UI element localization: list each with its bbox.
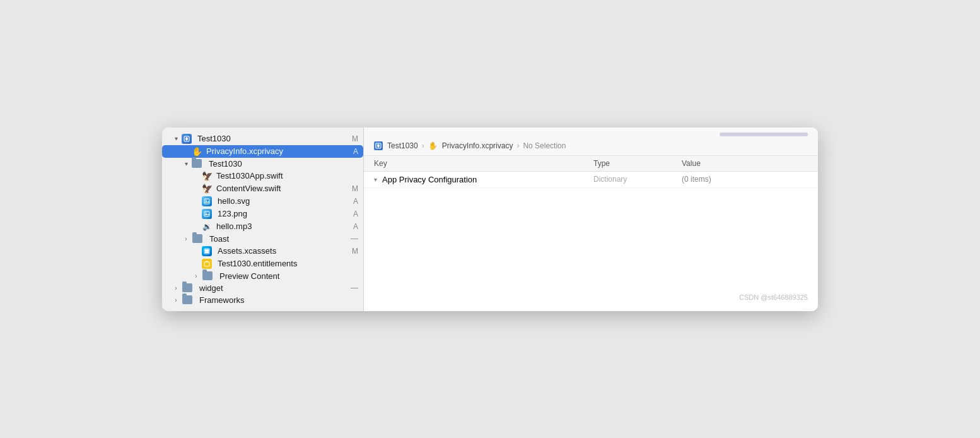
sidebar-privacyinfo-label: PrivacyInfo.xcprivacy (206, 146, 283, 156)
sidebar-item-contentview[interactable]: ▾ 🦅 ContentView.swift M (162, 182, 363, 195)
file-navigator: ▾ Test1030 M ▾ ✋ PrivacyInfo.xcprivacy A… (162, 127, 364, 311)
sidebar-item-test1030-folder[interactable]: ▾ Test1030 (162, 158, 363, 170)
row-chevron-icon: ▾ (374, 176, 377, 183)
svg-rect-7 (207, 249, 209, 251)
sidebar-hello-mp3-label: hello.mp3 (216, 222, 252, 231)
table-row[interactable]: ▾ App Privacy Configuration Dictionary (… (364, 172, 818, 188)
sidebar-toast-label: Toast (209, 234, 229, 244)
svg-rect-9 (207, 251, 209, 253)
sidebar-toast-badge: — (351, 234, 358, 243)
table-header: Key Type Value (364, 156, 818, 172)
row-value-label: (0 items) (682, 175, 808, 184)
sidebar-assets-badge: M (352, 247, 358, 256)
svg-rect-10 (204, 262, 209, 266)
chevron-right-icon-3: › (172, 285, 180, 292)
sidebar-widget-badge: — (351, 283, 358, 292)
sidebar-hello-mp3-badge: A (353, 222, 358, 231)
sidebar-contentview-label: ContentView.swift (216, 184, 281, 193)
sidebar-item-assets[interactable]: ▾ Assets.xcassets M (162, 245, 363, 257)
folder-toast-icon (192, 234, 202, 243)
sidebar-123-png-badge: A (353, 210, 358, 218)
sidebar-item-toast[interactable]: › Toast — (162, 233, 363, 245)
folder-preview-icon (202, 271, 213, 280)
sidebar-hello-svg-label: hello.svg (218, 196, 250, 206)
svg-point-2 (206, 199, 207, 201)
folder-frameworks-icon (182, 295, 192, 304)
sidebar-item-test1030app[interactable]: ▾ 🦅 Test1030App.swift (162, 170, 363, 182)
sidebar-test1030app-label: Test1030App.swift (216, 171, 283, 181)
sidebar-root-badge: M (352, 134, 358, 143)
entitlements-icon (202, 259, 212, 269)
folder-widget-icon (182, 283, 192, 292)
sidebar-entitlements-label: Test1030.entitlements (218, 259, 297, 268)
audio-icon: 🔉 (202, 222, 212, 232)
chevron-right-icon-2: › (192, 273, 200, 280)
sidebar-item-hello-mp3[interactable]: ▾ 🔉 hello.mp3 A (162, 220, 363, 233)
app-icon (182, 134, 192, 144)
chevron-right-icon: › (182, 235, 190, 242)
svg-rect-8 (205, 251, 207, 253)
breadcrumb-privacy-icon: ✋ (428, 141, 438, 150)
sidebar-frameworks-label: Frameworks (199, 295, 245, 305)
breadcrumb: Test1030 › ✋ PrivacyInfo.xcprivacy › No … (364, 136, 818, 156)
swift-icon-2: 🦅 (202, 184, 212, 194)
sidebar-item-root[interactable]: ▾ Test1030 M (162, 133, 363, 145)
breadcrumb-file-label[interactable]: PrivacyInfo.xcprivacy (442, 141, 513, 150)
sidebar-root-label: Test1030 (197, 134, 231, 143)
breadcrumb-app-icon (374, 141, 383, 150)
folder-icon (192, 159, 202, 168)
chevron-right-icon-4: › (172, 297, 180, 304)
image-icon-2 (202, 209, 212, 219)
sidebar-item-hello-svg[interactable]: ▾ hello.svg A (162, 195, 363, 208)
sidebar-item-entitlements[interactable]: ▾ Test1030.entitlements (162, 257, 363, 270)
sidebar-privacyinfo-badge: A (353, 147, 358, 156)
sidebar-test1030-folder-label: Test1030 (209, 159, 242, 169)
breadcrumb-sep-2: › (516, 141, 519, 150)
chevron-icon: ▾ (172, 135, 180, 142)
sidebar-item-frameworks[interactable]: › Frameworks (162, 294, 363, 306)
sidebar-preview-content-label: Preview Content (219, 271, 279, 281)
main-content: Test1030 › ✋ PrivacyInfo.xcprivacy › No … (364, 127, 818, 311)
sidebar-item-widget[interactable]: › widget — (162, 282, 363, 294)
row-type-label: Dictionary (593, 175, 682, 184)
svg-point-4 (206, 212, 207, 213)
assets-icon (202, 246, 212, 256)
breadcrumb-app-label[interactable]: Test1030 (387, 141, 418, 150)
chevron-icon: ▾ (182, 160, 190, 167)
sidebar-item-preview-content[interactable]: › Preview Content (162, 270, 363, 282)
col-header-key: Key (374, 159, 593, 168)
sidebar-item-123-png[interactable]: ▾ 123.png A (162, 208, 363, 220)
sidebar-item-privacyinfo[interactable]: ▾ ✋ PrivacyInfo.xcprivacy A (162, 145, 363, 158)
svg-rect-6 (205, 249, 207, 251)
sidebar-assets-label: Assets.xcassets (218, 246, 276, 256)
watermark: CSDN @st646889325 (739, 293, 808, 301)
image-icon (202, 196, 212, 206)
col-header-value: Value (682, 159, 808, 168)
col-header-type: Type (593, 159, 682, 168)
sidebar-123-png-label: 123.png (218, 209, 247, 218)
swift-icon: 🦅 (202, 171, 212, 181)
sidebar-contentview-badge: M (352, 184, 358, 193)
privacy-icon: ✋ (192, 146, 202, 157)
breadcrumb-current: No Selection (523, 141, 566, 150)
sidebar-hello-svg-badge: A (353, 197, 358, 206)
sidebar-widget-label: widget (199, 283, 223, 293)
breadcrumb-sep-1: › (422, 141, 424, 150)
row-key-label: App Privacy Configuration (382, 175, 477, 184)
